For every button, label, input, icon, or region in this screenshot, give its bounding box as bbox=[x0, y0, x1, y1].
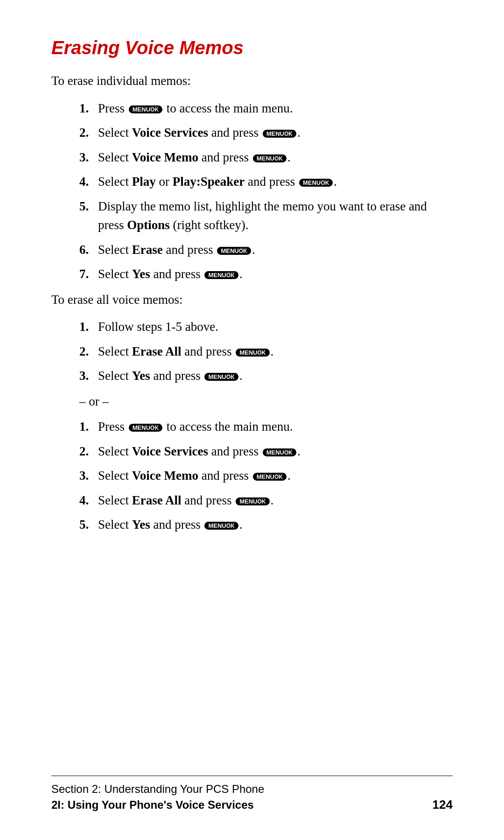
step-text: Select Yes and press MENUOK. bbox=[98, 265, 453, 284]
bold-label: Voice Memo bbox=[132, 469, 198, 483]
bold-label: Voice Services bbox=[132, 126, 208, 140]
step-number: 3. bbox=[79, 148, 98, 167]
bold-label: Erase All bbox=[132, 493, 182, 507]
step-text: Select Voice Memo and press MENUOK. bbox=[98, 466, 453, 485]
step-number: 7. bbox=[79, 265, 98, 284]
step-number: 2. bbox=[79, 123, 98, 142]
menu-ok-button: MENUOK bbox=[253, 473, 287, 481]
step-item: 5. Select Yes and press MENUOK. bbox=[79, 515, 453, 534]
menu-ok-button: MENUOK bbox=[299, 179, 333, 187]
bold-label: Yes bbox=[132, 518, 150, 532]
step-number: 2. bbox=[79, 342, 98, 361]
bold-label: Play:Speaker bbox=[173, 175, 245, 189]
menu-ok-button: MENUOK bbox=[204, 271, 238, 279]
footer-bottom-row: 2I: Using Your Phone's Voice Services 12… bbox=[51, 798, 453, 812]
step-text: Display the memo list, highlight the mem… bbox=[98, 197, 453, 235]
step-item: 3. Select Yes and press MENUOK. bbox=[79, 366, 453, 385]
intro-individual: To erase individual memos: bbox=[51, 71, 453, 91]
step-item: 6. Select Erase and press MENUOK. bbox=[79, 240, 453, 259]
step-text: Select Erase and press MENUOK. bbox=[98, 240, 453, 259]
step-text: Select Yes and press MENUOK. bbox=[98, 515, 453, 534]
bold-label: Play bbox=[132, 175, 156, 189]
step-number: 4. bbox=[79, 491, 98, 510]
step-item: 1. Press MENUOK to access the main menu. bbox=[79, 99, 453, 118]
step-text: Select Voice Services and press MENUOK. bbox=[98, 442, 453, 461]
step-number: 3. bbox=[79, 466, 98, 485]
step-number: 3. bbox=[79, 366, 98, 385]
menu-ok-button: MENUOK bbox=[204, 373, 238, 381]
step-text: Select Erase All and press MENUOK. bbox=[98, 342, 453, 361]
step-text: Select Erase All and press MENUOK. bbox=[98, 491, 453, 510]
step-item: 4. Select Play or Play:Speaker and press… bbox=[79, 172, 453, 191]
menu-ok-button: MENUOK bbox=[253, 154, 287, 162]
all-steps-first-list: 1. Follow steps 1-5 above. 2. Select Era… bbox=[79, 317, 453, 385]
step-number: 1. bbox=[79, 99, 98, 118]
step-text: Select Voice Memo and press MENUOK. bbox=[98, 148, 453, 167]
menu-ok-button: MENUOK bbox=[204, 522, 238, 530]
step-text: Follow steps 1-5 above. bbox=[98, 317, 453, 336]
bold-label: Voice Memo bbox=[132, 150, 198, 164]
step-text: Select Yes and press MENUOK. bbox=[98, 366, 453, 385]
all-steps-second-list: 1. Press MENUOK to access the main menu.… bbox=[79, 417, 453, 534]
step-number: 5. bbox=[79, 197, 98, 216]
step-number: 1. bbox=[79, 417, 98, 436]
bold-label: Yes bbox=[132, 369, 150, 383]
step-item: 4. Select Erase All and press MENUOK. bbox=[79, 491, 453, 510]
or-divider: – or – bbox=[79, 392, 453, 411]
menu-ok-button: MENUOK bbox=[129, 105, 162, 113]
step-item: 2. Select Voice Services and press MENUO… bbox=[79, 123, 453, 142]
step-item: 3. Select Voice Memo and press MENUOK. bbox=[79, 466, 453, 485]
page-footer: Section 2: Understanding Your PCS Phone … bbox=[51, 776, 453, 812]
step-text: Select Voice Services and press MENUOK. bbox=[98, 123, 453, 142]
step-text: Press MENUOK to access the main menu. bbox=[98, 99, 453, 118]
step-number: 6. bbox=[79, 240, 98, 259]
step-item: 5. Display the memo list, highlight the … bbox=[79, 197, 453, 235]
step-number: 5. bbox=[79, 515, 98, 534]
step-item: 1. Press MENUOK to access the main menu. bbox=[79, 417, 453, 436]
step-number: 4. bbox=[79, 172, 98, 191]
bold-label: Erase bbox=[132, 243, 163, 257]
step-item: 7. Select Yes and press MENUOK. bbox=[79, 265, 453, 284]
step-item: 2. Select Voice Services and press MENUO… bbox=[79, 442, 453, 461]
footer-subsection-label: 2I: Using Your Phone's Voice Services bbox=[51, 798, 254, 812]
menu-ok-button: MENUOK bbox=[263, 130, 296, 138]
footer-section-label: Section 2: Understanding Your PCS Phone bbox=[51, 783, 453, 796]
step-item: 3. Select Voice Memo and press MENUOK. bbox=[79, 148, 453, 167]
step-item: 2. Select Erase All and press MENUOK. bbox=[79, 342, 453, 361]
step-number: 1. bbox=[79, 317, 98, 336]
bold-label: Erase All bbox=[132, 344, 182, 358]
menu-ok-button: MENUOK bbox=[236, 497, 269, 505]
page-content: Erasing Voice Memos To erase individual … bbox=[0, 0, 504, 840]
bold-label: Voice Services bbox=[132, 444, 208, 458]
step-text: Press MENUOK to access the main menu. bbox=[98, 417, 453, 436]
bold-label: Yes bbox=[132, 267, 150, 281]
step-item: 1. Follow steps 1-5 above. bbox=[79, 317, 453, 336]
bold-label: Options bbox=[127, 218, 170, 232]
menu-ok-button: MENUOK bbox=[217, 247, 251, 255]
intro-all: To erase all voice memos: bbox=[51, 290, 453, 309]
menu-ok-button: MENUOK bbox=[263, 448, 296, 456]
page-title: Erasing Voice Memos bbox=[51, 37, 453, 58]
menu-ok-button: MENUOK bbox=[129, 424, 162, 432]
individual-steps-list: 1. Press MENUOK to access the main menu.… bbox=[79, 99, 453, 284]
menu-ok-button: MENUOK bbox=[236, 349, 269, 357]
footer-page-number: 124 bbox=[433, 798, 453, 812]
step-number: 2. bbox=[79, 442, 98, 461]
step-text: Select Play or Play:Speaker and press ME… bbox=[98, 172, 453, 191]
